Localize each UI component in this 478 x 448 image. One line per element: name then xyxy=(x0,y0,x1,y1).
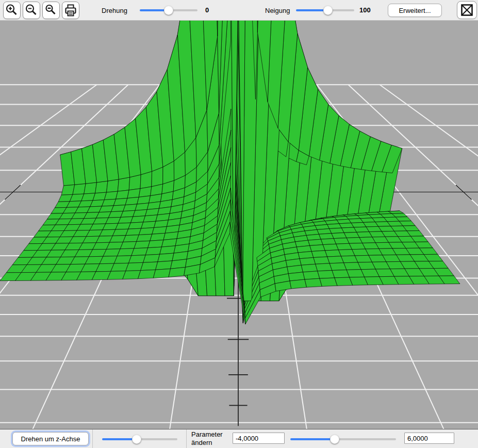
print-button[interactable] xyxy=(62,2,79,19)
parameter-min-input[interactable] xyxy=(233,433,285,444)
close-icon xyxy=(460,3,474,17)
zoom-reset-icon xyxy=(43,3,59,18)
parameter-slider-thumb[interactable] xyxy=(330,435,339,444)
plot-canvas[interactable] xyxy=(0,21,478,429)
rotation-value: 0 xyxy=(205,6,209,14)
plotter-window: Drehung 0 Neigung 100 Erweitert... Drehe… xyxy=(0,0,478,448)
tilt-slider-label: Neigung xyxy=(265,7,290,14)
zoom-out-button[interactable] xyxy=(23,2,40,19)
parameter-slider-track[interactable] xyxy=(290,438,396,440)
printer-icon xyxy=(63,3,78,18)
bottom-bar-divider xyxy=(92,429,93,448)
toolbar: Drehung 0 Neigung 100 Erweitert... xyxy=(0,0,478,21)
zoom-reset-button[interactable] xyxy=(42,2,60,19)
zoom-in-icon xyxy=(4,3,20,18)
parameter-slider[interactable] xyxy=(290,435,396,444)
tilt-value: 100 xyxy=(359,6,371,14)
rotation-slider-label: Drehung xyxy=(102,7,127,14)
parameter-max-input[interactable] xyxy=(404,433,454,444)
bottom-bar: Drehen um z-Achse Parameter ändern xyxy=(0,429,478,448)
rotation-slider[interactable] xyxy=(140,6,197,15)
bottom-bar-divider xyxy=(186,429,187,448)
close-button[interactable] xyxy=(457,1,477,19)
tilt-slider-thumb[interactable] xyxy=(323,6,333,15)
rotate-around-z-button[interactable]: Drehen um z-Achse xyxy=(12,432,89,445)
parameter-change-label: Parameter ändern xyxy=(191,430,223,447)
tilt-slider[interactable] xyxy=(296,6,354,15)
rotate-z-slider-thumb[interactable] xyxy=(132,435,141,444)
advanced-button[interactable]: Erweitert... xyxy=(388,4,442,17)
zoom-in-button[interactable] xyxy=(3,2,21,19)
zoom-out-icon xyxy=(24,3,39,18)
rotation-slider-thumb[interactable] xyxy=(164,6,173,15)
rotate-z-slider[interactable] xyxy=(102,435,177,444)
